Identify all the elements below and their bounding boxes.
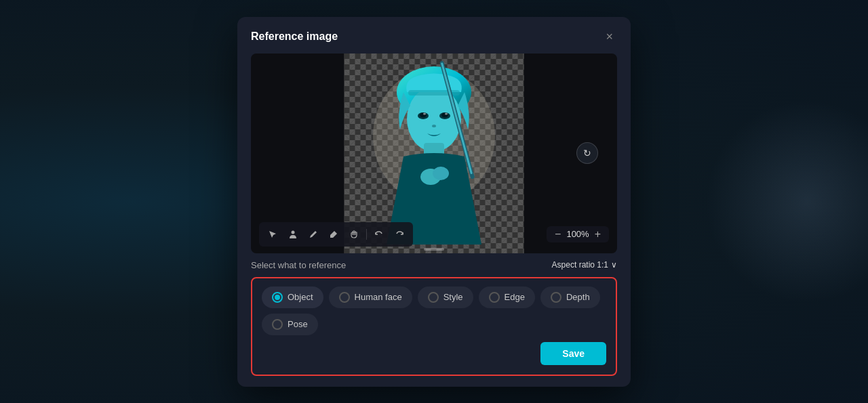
image-toolbar: − 100% + [251,222,617,247]
undo-button[interactable] [370,225,389,244]
person-icon [288,230,298,239]
tools-group [259,222,413,247]
option-object[interactable]: Object [262,287,323,308]
redo-icon [395,230,404,239]
radio-circle-edge [489,292,500,303]
person-tool-button[interactable] [283,225,302,244]
radio-circle-object [272,292,283,303]
radio-circle-pose [272,319,283,330]
modal-title: Reference image [251,30,338,43]
modal-header: Reference image × [237,17,631,54]
zoom-value: 100% [566,229,589,239]
pencil-tool-button[interactable] [304,225,323,244]
option-depth-label: Depth [566,292,590,302]
image-canvas: ↻ [251,54,617,253]
reference-label-row: Select what to reference Aspect ratio 1:… [251,260,617,270]
option-style[interactable]: Style [418,287,473,308]
reference-options-group: Object Human face Style Edge [262,287,606,335]
reference-selection-box: Object Human face Style Edge [251,277,617,376]
zoom-in-button[interactable]: + [593,229,602,240]
radio-circle-style [428,292,439,303]
bottom-section: Select what to reference Aspect ratio 1:… [237,253,631,387]
option-edge-label: Edge [505,292,525,302]
pencil-icon [309,230,318,239]
svg-point-11 [423,113,426,115]
redo-button[interactable] [390,225,409,244]
save-row: Save [262,342,606,365]
option-human-face[interactable]: Human face [329,287,412,308]
option-pose-label: Pose [288,319,308,329]
chevron-down-icon: ∨ [611,260,617,270]
zoom-out-button[interactable]: − [553,229,562,240]
svg-point-16 [292,230,295,234]
refresh-button[interactable]: ↻ [576,142,598,164]
save-button[interactable]: Save [540,342,606,365]
cursor-tool-button[interactable] [263,225,282,244]
reference-image-modal: Reference image × [237,17,631,387]
svg-point-13 [432,125,436,127]
zoom-controls: − 100% + [547,226,609,242]
svg-point-2 [407,87,461,152]
option-style-label: Style [443,292,463,302]
close-button[interactable]: × [601,29,617,44]
eraser-icon [329,230,338,239]
eraser-tool-button[interactable] [324,225,343,244]
option-object-label: Object [288,292,313,302]
svg-point-15 [433,167,449,180]
radio-circle-depth [551,292,561,303]
hand-tool-button[interactable] [344,225,363,244]
hand-icon [349,230,359,239]
radio-circle-human-face [339,292,350,303]
select-reference-label: Select what to reference [251,260,346,270]
option-human-face-label: Human face [355,292,402,302]
svg-point-12 [445,113,448,115]
option-edge[interactable]: Edge [479,287,535,308]
cursor-icon [268,230,277,239]
option-pose[interactable]: Pose [262,314,318,335]
refresh-icon: ↻ [583,148,591,158]
toolbar-separator [366,229,367,240]
option-depth[interactable]: Depth [540,287,600,308]
undo-icon [374,230,384,239]
aspect-ratio-button[interactable]: Aspect ratio 1:1 ∨ [552,260,617,270]
drag-handle [424,248,444,251]
aspect-ratio-label: Aspect ratio 1:1 [552,260,608,270]
